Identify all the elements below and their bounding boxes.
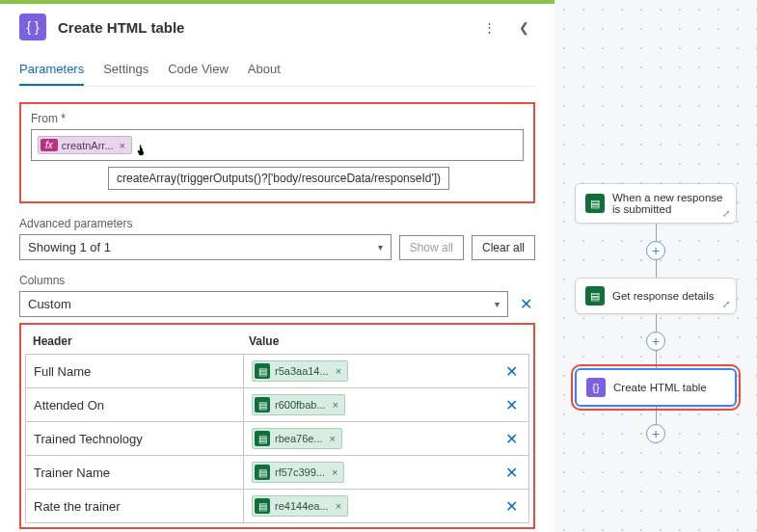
- delete-row-icon[interactable]: ✕: [505, 431, 518, 447]
- action-icon: { }: [19, 13, 46, 40]
- table-row: Rate the trainer▤re4144ea...×✕: [26, 490, 529, 523]
- tab-code-view[interactable]: Code View: [168, 62, 229, 86]
- from-input[interactable]: fx creatnArr... ×: [31, 129, 524, 161]
- token-remove-icon[interactable]: ×: [330, 466, 339, 478]
- more-menu-button[interactable]: ⋮: [477, 15, 500, 39]
- columns-table-header: Header Value: [25, 329, 529, 354]
- show-all-button[interactable]: Show all: [399, 235, 464, 260]
- forms-icon: ▤: [585, 286, 605, 306]
- expand-icon[interactable]: ⤢: [722, 208, 730, 219]
- panel-header: { } Create HTML table ⋮ ❮: [19, 13, 535, 40]
- token-remove-icon[interactable]: ×: [331, 399, 340, 411]
- fx-icon: fx: [41, 139, 58, 151]
- value-cell[interactable]: ▤re4144ea...×: [244, 490, 495, 523]
- header-cell[interactable]: Attended On: [26, 388, 244, 422]
- tab-parameters[interactable]: Parameters: [19, 62, 84, 86]
- token-remove-icon[interactable]: ×: [334, 500, 343, 512]
- columns-mode-select[interactable]: Custom ▾: [19, 291, 508, 317]
- dynamic-content-token[interactable]: ▤rf57c399...×: [252, 462, 344, 483]
- token-text: r600fbab...: [275, 399, 326, 411]
- expand-icon[interactable]: ⤢: [722, 299, 730, 309]
- token-remove-icon[interactable]: ×: [334, 365, 343, 377]
- table-row: Trained Technology▤rbea76e...×✕: [26, 422, 529, 456]
- flow-card-label: Create HTML table: [613, 382, 707, 393]
- forms-icon: ▤: [255, 431, 270, 446]
- advanced-parameters-select[interactable]: Showing 1 of 1 ▾: [19, 234, 392, 260]
- dynamic-content-token[interactable]: ▤re4144ea...×: [252, 495, 348, 517]
- token-remove-icon[interactable]: ×: [118, 140, 127, 151]
- token-text: r5a3aa14...: [275, 365, 329, 377]
- collapse-panel-button[interactable]: ❮: [512, 15, 535, 39]
- token-text: rf57c399...: [275, 466, 325, 478]
- tab-bar: Parameters Settings Code View About: [19, 62, 535, 87]
- flow-card-get-response[interactable]: ▤ Get response details ⤢: [575, 278, 737, 314]
- forms-icon: ▤: [255, 465, 270, 480]
- flow-card-label: When a new response is submitted: [612, 192, 726, 215]
- columns-table: Full Name▤r5a3aa14...×✕Attended On▤r600f…: [25, 354, 529, 523]
- value-cell[interactable]: ▤r5a3aa14...×: [244, 355, 495, 388]
- delete-row-icon[interactable]: ✕: [505, 397, 518, 413]
- add-step-button[interactable]: +: [646, 424, 665, 443]
- flow-connector: [656, 314, 657, 332]
- token-text: creatnArr...: [62, 140, 114, 151]
- chevron-down-icon: ▾: [495, 299, 500, 309]
- cursor-pointer-icon: [132, 143, 149, 160]
- header-cell[interactable]: Trained Technology: [26, 422, 244, 456]
- clear-all-button[interactable]: Clear all: [472, 235, 535, 260]
- expression-tooltip: createArray(triggerOutputs()?['body/reso…: [108, 167, 449, 190]
- token-text: re4144ea...: [275, 500, 329, 512]
- chevron-down-icon: ▾: [378, 242, 383, 253]
- add-step-button[interactable]: +: [646, 332, 665, 351]
- expression-token[interactable]: fx creatnArr... ×: [38, 136, 132, 154]
- forms-icon: ▤: [255, 397, 270, 412]
- dynamic-content-token[interactable]: ▤rbea76e...×: [252, 428, 342, 449]
- flow-connector: [656, 260, 657, 278]
- dynamic-content-token[interactable]: ▤r600fbab...×: [252, 394, 345, 415]
- columns-table-highlight: Header Value Full Name▤r5a3aa14...×✕Atte…: [19, 323, 535, 529]
- flow-card-label: Get response details: [612, 290, 714, 302]
- add-step-button[interactable]: +: [646, 241, 665, 260]
- table-row: Trainer Name▤rf57c399...×✕: [26, 456, 529, 490]
- delete-row-icon[interactable]: ✕: [505, 498, 518, 515]
- from-section-highlight: From * fx creatnArr... × createArray(tri…: [19, 102, 535, 203]
- flow-card-trigger[interactable]: ▤ When a new response is submitted ⤢: [575, 183, 737, 224]
- forms-icon: ▤: [255, 498, 270, 514]
- forms-icon: ▤: [255, 363, 270, 379]
- action-icon: {}: [586, 378, 606, 397]
- columns-label: Columns: [19, 274, 535, 287]
- panel-title: Create HTML table: [58, 19, 466, 36]
- value-cell[interactable]: ▤rbea76e...×: [244, 422, 495, 456]
- dynamic-content-token[interactable]: ▤r5a3aa14...×: [252, 360, 348, 382]
- header-cell[interactable]: Trainer Name: [26, 456, 244, 490]
- clear-columns-icon[interactable]: ✕: [516, 295, 535, 313]
- advanced-label: Advanced parameters: [19, 217, 535, 230]
- flow-card-create-html-table[interactable]: {} Create HTML table: [575, 368, 737, 407]
- table-row: Attended On▤r600fbab...×✕: [26, 388, 529, 422]
- table-row: Full Name▤r5a3aa14...×✕: [26, 355, 529, 388]
- forms-icon: ▤: [585, 194, 605, 213]
- flow-connector: [656, 407, 657, 424]
- delete-row-icon[interactable]: ✕: [505, 363, 518, 380]
- from-label: From *: [31, 112, 524, 125]
- header-cell[interactable]: Rate the trainer: [26, 490, 244, 523]
- delete-row-icon[interactable]: ✕: [505, 465, 518, 481]
- token-remove-icon[interactable]: ×: [328, 433, 338, 444]
- flow-connector: [656, 224, 657, 241]
- token-text: rbea76e...: [275, 433, 323, 444]
- flow-connector: [656, 351, 657, 368]
- header-cell[interactable]: Full Name: [26, 355, 244, 388]
- flow-canvas[interactable]: ▤ When a new response is submitted ⤢ + ▤…: [554, 0, 757, 532]
- tab-about[interactable]: About: [248, 62, 281, 86]
- value-cell[interactable]: ▤rf57c399...×: [244, 456, 495, 490]
- tab-settings[interactable]: Settings: [103, 62, 149, 86]
- value-cell[interactable]: ▤r600fbab...×: [244, 388, 495, 422]
